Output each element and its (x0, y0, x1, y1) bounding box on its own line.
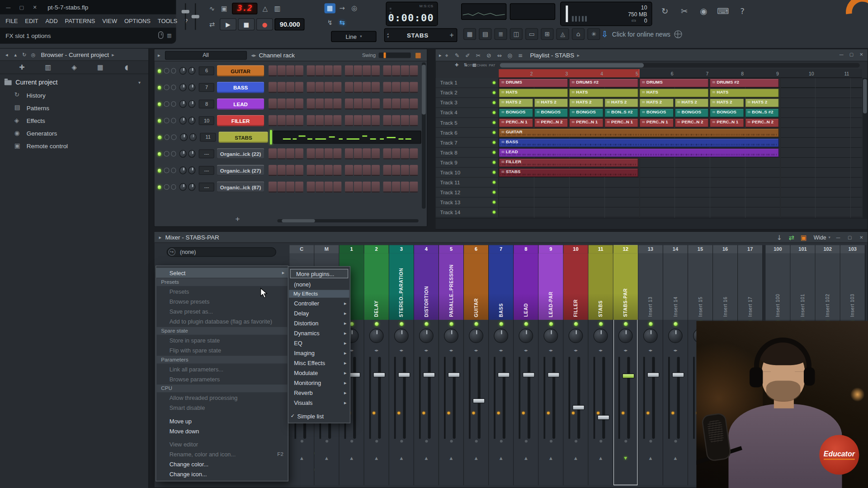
step-cell[interactable] (295, 65, 303, 76)
step-cell[interactable] (286, 99, 294, 109)
clip-bongos[interactable]: BONGOS (499, 108, 533, 117)
strip-pan-knob[interactable] (494, 328, 508, 343)
chevron-down-icon[interactable]: ▾ (138, 80, 141, 85)
clip-bongos[interactable]: BONGOS (569, 108, 603, 117)
track-header-track-7[interactable]: Track 7 (436, 138, 498, 148)
channel-mute-button[interactable] (164, 101, 169, 107)
step-cell[interactable] (363, 182, 371, 192)
step-cell[interactable] (286, 65, 294, 76)
mixer-toggle-icon[interactable]: ◫ (510, 28, 523, 40)
step-cell[interactable] (401, 99, 409, 109)
step-cell[interactable] (392, 165, 400, 176)
track-led[interactable] (493, 181, 495, 183)
step-cell[interactable] (286, 182, 294, 192)
close-icon[interactable]: ✕ (858, 234, 865, 241)
strip-led[interactable] (474, 322, 478, 326)
step-cell[interactable] (325, 65, 333, 76)
step-cell[interactable] (410, 99, 418, 109)
news-label[interactable]: Click for online news (612, 31, 670, 38)
strip-record-arm-dot[interactable] (522, 412, 524, 414)
step-cell[interactable] (354, 165, 362, 176)
channel-solo-button[interactable] (171, 101, 176, 107)
step-cell[interactable] (325, 82, 333, 93)
step-cell[interactable] (372, 115, 380, 126)
step-cell[interactable] (383, 99, 391, 109)
clip-bongos[interactable]: BONGOS (675, 108, 708, 117)
mixer-strip-2[interactable]: 2DELAY◂▸▴ (364, 245, 389, 485)
clip-hats[interactable]: HATS (639, 89, 708, 98)
typing-keyboard-icon[interactable]: ⌨ (717, 5, 730, 18)
clip-hats-2[interactable]: HATS 2 (675, 99, 708, 108)
plugin-picker-icon[interactable]: ⊞ (541, 28, 553, 40)
strip-fader-handle[interactable] (572, 405, 585, 410)
minimize-icon[interactable]: — (834, 234, 842, 241)
close-icon[interactable]: ✕ (858, 51, 865, 58)
strip-record-arm-dot[interactable] (447, 412, 450, 414)
track-led[interactable] (493, 81, 495, 84)
zoom-tool-icon[interactable]: ◎ (505, 50, 514, 60)
step-cell[interactable] (410, 182, 418, 192)
clip-hats-2[interactable]: HATS 2 (569, 99, 603, 108)
channel-pan-knob[interactable] (179, 183, 187, 191)
rack-horizontal-scrollbar[interactable] (277, 219, 418, 222)
step-cell[interactable] (345, 65, 353, 76)
clip-bass[interactable]: BASS (499, 138, 779, 147)
magnet-icon[interactable]: ⌖ (442, 51, 452, 61)
strip-pan-knob[interactable] (394, 328, 409, 343)
loop-record-icon[interactable]: ⇄ (207, 19, 217, 29)
step-cell[interactable] (345, 115, 353, 126)
channel-button-organic-ick-87[interactable]: Organic..ick (87) (217, 182, 264, 192)
step-cell[interactable] (307, 65, 315, 76)
channel-solo-button[interactable] (171, 135, 177, 140)
step-cell[interactable] (316, 65, 324, 76)
step-cell[interactable] (277, 65, 285, 76)
clip-perc-n-1[interactable]: PERC..N 1 (710, 118, 744, 127)
sound-preview-icon[interactable]: ◈ (69, 62, 80, 72)
strip-led[interactable] (399, 322, 403, 326)
step-cell[interactable] (295, 148, 303, 159)
sidebar-item-history[interactable]: ↻History (0, 89, 148, 101)
tempo-tap-icon[interactable]: ◬ (557, 28, 569, 40)
track-header-track-5[interactable]: Track 5 (436, 118, 498, 128)
mixer-strip-7[interactable]: 7BASS◂▸▴ (489, 245, 514, 485)
playlist-lanes[interactable]: DRUMSDRUMS #2DRUMSDRUMS #2HATSHATSHATSHA… (499, 78, 862, 218)
channel-button-filler[interactable]: FILLER (217, 115, 264, 126)
menu-item-imaging[interactable]: Imaging▸ (288, 348, 350, 358)
mixer-menu-icon[interactable]: ▸ (159, 235, 161, 240)
strip-led[interactable] (574, 322, 578, 326)
clip-perc-n-1[interactable]: PERC..N 1 (604, 118, 638, 127)
mixer-strip-4[interactable]: 4DISTORTION◂▸▴ (414, 245, 439, 485)
step-cell[interactable] (401, 165, 409, 176)
strip-pan-knob[interactable] (543, 328, 558, 343)
strip-led[interactable] (549, 322, 553, 326)
mixer-strip-9[interactable]: 9LEAD-PAR◂▸▴ (538, 245, 563, 485)
slip-tool-icon[interactable]: ⇔ (495, 50, 504, 60)
channel-mute-button[interactable] (164, 68, 169, 74)
step-cell[interactable] (363, 99, 371, 109)
sidebar-item-effects[interactable]: ◈Effects (0, 114, 148, 127)
step-cell[interactable] (345, 82, 353, 93)
strip-pan-knob[interactable] (594, 328, 608, 343)
step-cell[interactable] (383, 115, 391, 126)
mixer-layout-icon[interactable]: ▣ (798, 233, 809, 243)
step-cell[interactable] (286, 82, 294, 93)
stop-button[interactable]: ■ (238, 18, 255, 30)
track-header-track-2[interactable]: Track 2 (436, 88, 498, 98)
strip-pan-knob[interactable] (519, 328, 533, 343)
menu-tools[interactable]: TOOLS (158, 18, 177, 24)
strip-fader-track[interactable] (627, 357, 630, 439)
clip-hats-2[interactable]: HATS 2 (639, 99, 673, 108)
clip-perc-n-1[interactable]: PERC..N 1 (569, 118, 603, 127)
step-cell[interactable] (316, 99, 324, 109)
clip-drums[interactable]: DRUMS (499, 79, 568, 88)
channel-mute-button[interactable] (164, 84, 169, 90)
step-cell[interactable] (269, 99, 277, 109)
pattern-song-switch-icon[interactable]: ▣ (219, 4, 230, 14)
strip-pan-knob[interactable] (618, 328, 633, 343)
channel-volume-knob[interactable] (189, 84, 196, 91)
playback-tool-icon[interactable]: ≡ (516, 50, 525, 60)
step-cell[interactable] (316, 148, 324, 159)
strip-led[interactable] (623, 322, 627, 326)
clip-bon-s-2[interactable]: BON..S #2 (604, 108, 638, 117)
strip-led[interactable] (674, 322, 678, 326)
